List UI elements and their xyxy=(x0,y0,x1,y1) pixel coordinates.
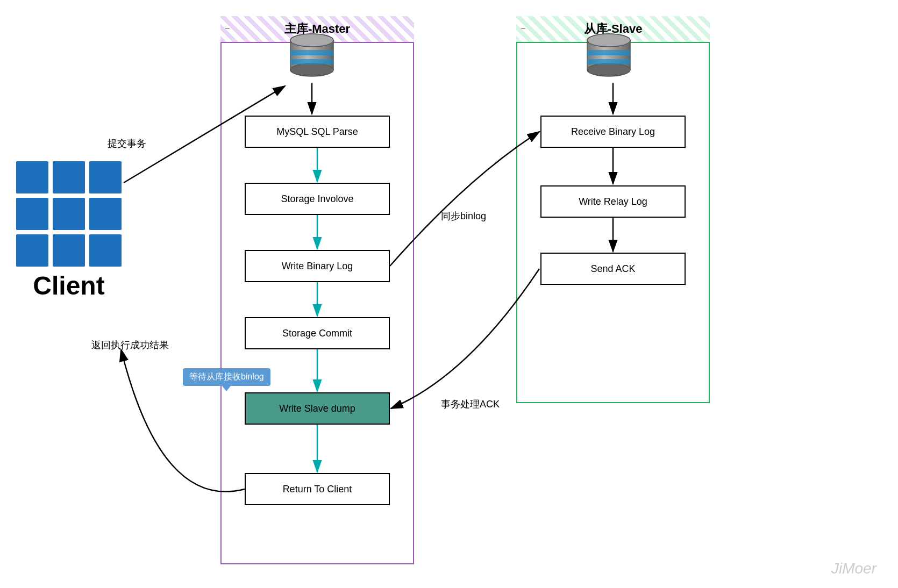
client-grid xyxy=(16,161,122,267)
client-area: Client xyxy=(16,161,122,300)
mysql-sql-parse-label: MySQL SQL Parse xyxy=(276,126,358,138)
write-slave-dump-box: Write Slave dump xyxy=(245,392,390,425)
slave-db-icon xyxy=(582,30,636,85)
return-to-client-label: Return To Client xyxy=(283,484,352,495)
grid-cell-1 xyxy=(16,161,48,193)
sync-binlog-label: 同步binlog xyxy=(441,210,486,223)
send-ack-label: Send ACK xyxy=(590,263,635,275)
write-relay-log-label: Write Relay Log xyxy=(579,196,647,207)
grid-cell-8 xyxy=(53,234,85,267)
wait-slave-tooltip: 等待从库接收binlog xyxy=(183,368,270,386)
svg-point-8 xyxy=(587,63,630,76)
submit-transaction-label: 提交事务 xyxy=(108,137,146,150)
slave-minus: − xyxy=(521,24,525,33)
svg-point-9 xyxy=(587,34,630,47)
write-relay-log-box: Write Relay Log xyxy=(540,185,686,218)
svg-rect-11 xyxy=(587,59,630,64)
write-binary-log-label: Write Binary Log xyxy=(282,261,353,272)
receive-binary-log-label: Receive Binary Log xyxy=(571,126,655,138)
watermark: JiMoer xyxy=(831,560,876,577)
grid-cell-5 xyxy=(53,198,85,230)
grid-cell-9 xyxy=(89,234,122,267)
write-binary-log-box: Write Binary Log xyxy=(245,250,390,282)
svg-rect-4 xyxy=(290,50,333,55)
return-to-client-box: Return To Client xyxy=(245,473,390,505)
master-minus: − xyxy=(225,24,230,33)
grid-cell-6 xyxy=(89,198,122,230)
storage-commit-label: Storage Commit xyxy=(282,328,352,339)
svg-point-2 xyxy=(290,63,333,76)
mysql-sql-parse-box: MySQL SQL Parse xyxy=(245,116,390,148)
grid-cell-3 xyxy=(89,161,122,193)
send-ack-box: Send ACK xyxy=(540,253,686,285)
grid-cell-7 xyxy=(16,234,48,267)
master-db-icon xyxy=(285,30,339,85)
storage-commit-box: Storage Commit xyxy=(245,317,390,349)
storage-involove-box: Storage Involove xyxy=(245,183,390,215)
client-label: Client xyxy=(16,271,122,300)
transaction-ack-label: 事务处理ACK xyxy=(441,398,500,411)
storage-involove-label: Storage Involove xyxy=(281,193,353,205)
svg-rect-5 xyxy=(290,59,333,64)
return-success-label: 返回执行成功结果 xyxy=(91,339,169,352)
grid-cell-2 xyxy=(53,161,85,193)
master-title: 主库-Master xyxy=(284,21,350,37)
arrows-overlay xyxy=(0,0,898,588)
write-slave-dump-label: Write Slave dump xyxy=(279,403,355,414)
grid-cell-4 xyxy=(16,198,48,230)
svg-rect-10 xyxy=(587,50,630,55)
receive-binary-log-box: Receive Binary Log xyxy=(540,116,686,148)
